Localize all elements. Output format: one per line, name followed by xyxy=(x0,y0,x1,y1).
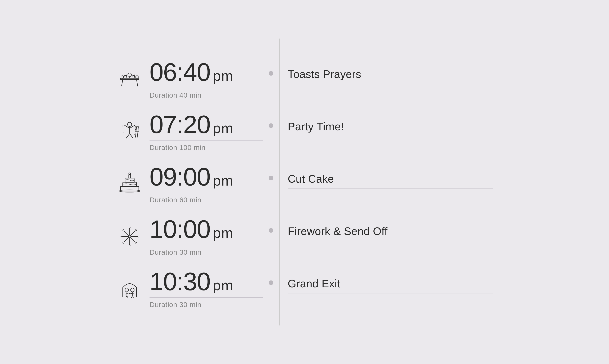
exit-svg xyxy=(118,277,141,300)
left-section-party: ✦ ✦ ♪ ♪ 07:20 pm Duration 1 xyxy=(116,112,263,152)
schedule-item-cake: 09:00 pm Duration 60 min Cut Cake xyxy=(116,156,493,208)
time-numbers-party: 07:20 xyxy=(150,112,210,137)
right-section-cake: Cut Cake xyxy=(279,164,493,189)
right-section-toasts: Toasts Prayers xyxy=(279,59,493,84)
svg-line-38 xyxy=(124,237,129,242)
firework-svg xyxy=(118,225,141,248)
duration-firework: Duration 30 min xyxy=(150,248,263,256)
schedule-wrapper: 06:40 pm Duration 40 min Toasts Prayers xyxy=(116,39,493,325)
party-icon: ✦ ✦ ♪ ♪ xyxy=(116,119,143,144)
timeline-dot-toasts xyxy=(269,71,273,76)
time-ampm-cake: pm xyxy=(213,172,233,189)
center-dot-cake xyxy=(263,164,279,180)
duration-exit: Duration 30 min xyxy=(150,300,263,309)
time-display-party: 07:20 pm xyxy=(150,112,263,141)
svg-point-43 xyxy=(123,230,124,231)
svg-line-16 xyxy=(130,134,133,138)
svg-point-40 xyxy=(129,245,130,246)
time-section-firework: 10:00 pm Duration 30 min xyxy=(150,217,263,256)
svg-point-11 xyxy=(128,122,132,127)
left-section-exit: 10:30 pm Duration 30 min xyxy=(116,269,263,309)
svg-text:♪: ♪ xyxy=(134,133,135,136)
event-name-firework: Firework & Send Off xyxy=(288,225,493,241)
svg-line-56 xyxy=(132,293,134,295)
svg-text:♪: ♪ xyxy=(123,131,124,133)
svg-line-57 xyxy=(131,296,132,298)
svg-line-36 xyxy=(130,237,135,242)
time-section-party: 07:20 pm Duration 100 min xyxy=(150,112,263,152)
duration-cake: Duration 60 min xyxy=(150,196,263,204)
time-display-exit: 10:30 pm xyxy=(150,269,263,298)
time-ampm-exit: pm xyxy=(213,277,233,293)
cake-icon xyxy=(116,171,143,197)
time-ampm-party: pm xyxy=(213,120,233,136)
center-dot-exit xyxy=(263,269,279,285)
time-ampm-firework: pm xyxy=(213,225,233,241)
schedule-item-exit: 10:30 pm Duration 30 min Grand Exit xyxy=(116,260,493,313)
exit-icon xyxy=(116,276,143,301)
svg-line-14 xyxy=(130,125,135,128)
svg-line-51 xyxy=(126,296,127,298)
timeline-dot-party xyxy=(269,123,273,128)
svg-line-49 xyxy=(125,293,127,295)
center-dot-firework xyxy=(263,217,279,233)
time-section-toasts: 06:40 pm Duration 40 min xyxy=(150,59,263,99)
svg-line-15 xyxy=(126,134,130,138)
toasts-svg xyxy=(118,68,141,91)
duration-party: Duration 100 min xyxy=(150,143,263,152)
schedule-item-party: ✦ ✦ ♪ ♪ 07:20 pm Duration 1 xyxy=(116,104,493,156)
cake-svg xyxy=(118,173,141,196)
schedule-item-toasts: 06:40 pm Duration 40 min Toasts Prayers xyxy=(116,51,493,104)
event-name-party: Party Time! xyxy=(288,120,493,136)
right-section-firework: Firework & Send Off xyxy=(279,217,493,241)
schedule-container: 06:40 pm Duration 40 min Toasts Prayers xyxy=(116,39,493,325)
svg-line-35 xyxy=(124,231,129,236)
svg-line-58 xyxy=(132,296,134,298)
svg-point-30 xyxy=(129,235,131,238)
svg-line-1 xyxy=(122,79,123,86)
time-numbers-exit: 10:30 xyxy=(150,269,210,294)
svg-point-46 xyxy=(123,242,124,243)
svg-point-44 xyxy=(135,242,137,243)
time-section-exit: 10:30 pm Duration 30 min xyxy=(150,269,263,309)
event-name-toasts: Toasts Prayers xyxy=(288,68,493,84)
svg-line-2 xyxy=(137,79,138,86)
time-numbers-firework: 10:00 xyxy=(150,217,210,242)
svg-point-42 xyxy=(138,236,139,237)
svg-point-45 xyxy=(135,230,137,231)
firework-icon xyxy=(116,224,143,249)
time-ampm-toasts: pm xyxy=(213,68,233,84)
duration-toasts: Duration 40 min xyxy=(150,91,263,99)
svg-point-41 xyxy=(120,236,122,237)
svg-line-50 xyxy=(127,293,129,294)
time-display-cake: 09:00 pm xyxy=(150,164,263,193)
time-display-firework: 10:00 pm xyxy=(150,217,263,245)
time-section-cake: 09:00 pm Duration 60 min xyxy=(150,164,263,204)
svg-line-55 xyxy=(131,293,132,294)
event-name-exit: Grand Exit xyxy=(288,277,493,293)
timeline-dot-cake xyxy=(269,176,273,180)
svg-line-52 xyxy=(127,296,128,298)
right-section-party: Party Time! xyxy=(279,112,493,136)
time-numbers-toasts: 06:40 xyxy=(150,59,210,85)
svg-point-39 xyxy=(129,227,130,229)
time-numbers-cake: 09:00 xyxy=(150,164,210,189)
timeline-dot-exit xyxy=(269,280,273,285)
center-dot-party xyxy=(263,112,279,128)
svg-line-22 xyxy=(137,127,138,138)
timeline-dot-firework xyxy=(269,228,273,233)
left-section-firework: 10:00 pm Duration 30 min xyxy=(116,217,263,256)
time-display-toasts: 06:40 pm xyxy=(150,59,263,88)
event-name-cake: Cut Cake xyxy=(288,173,493,189)
svg-point-3 xyxy=(128,73,131,77)
svg-text:✦: ✦ xyxy=(122,124,124,128)
party-svg: ✦ ✦ ♪ ♪ xyxy=(118,120,141,143)
svg-line-37 xyxy=(130,231,135,236)
left-section-cake: 09:00 pm Duration 60 min xyxy=(116,164,263,204)
right-section-exit: Grand Exit xyxy=(279,269,493,293)
center-dot-toasts xyxy=(263,59,279,76)
svg-rect-0 xyxy=(120,78,139,80)
svg-point-47 xyxy=(125,288,129,292)
schedule-item-firework: 10:00 pm Duration 30 min Firework & Send… xyxy=(116,208,493,260)
svg-point-53 xyxy=(130,288,134,292)
